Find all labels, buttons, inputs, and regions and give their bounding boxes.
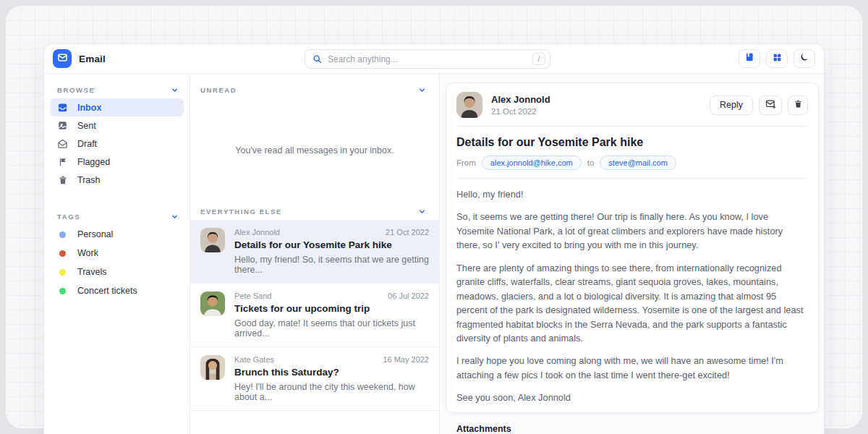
chevron-down-icon[interactable] [418,86,426,94]
avatar [200,292,225,316]
sidebar-item-draft[interactable]: Draft [50,135,184,153]
tag-dot-blue [59,231,66,238]
body-paragraph: So, it seems we are getting there! Our t… [456,210,808,252]
app-header: Email / [44,44,824,74]
envelope-plus-icon [765,98,776,112]
tag-dot-green [59,288,66,294]
chevron-down-icon[interactable] [171,86,179,94]
mail-list-item-kate[interactable]: Kate Gates 16 May 2022 Brunch this Satur… [190,347,439,411]
sidebar-item-flagged[interactable]: Flagged [50,153,184,171]
tags-section: TAGS Personal Work Travels [44,208,190,300]
mail-date: 16 May 2022 [383,355,429,364]
grid-icon [773,52,782,65]
email-app-window: Email / [43,43,825,434]
unread-section-header[interactable]: UNREAD [190,81,439,98]
tag-item-label: Work [77,248,98,258]
sidebar-item-sent[interactable]: Sent [50,116,184,135]
sidebar-item-inbox[interactable]: Inbox [50,98,184,116]
body-paragraph: Hello, my friend! [456,187,808,201]
sidebar-item-label: Inbox [77,103,101,113]
avatar [456,92,482,118]
attachments-label: Attachments [456,424,808,434]
mail-sender: Alex Jonnold [234,228,280,237]
avatar [200,228,225,252]
tag-item-concert-tickets[interactable]: Concert tickets [50,281,184,300]
notebook-button[interactable] [739,49,760,68]
tag-item-work[interactable]: Work [50,244,184,263]
browse-label: BROWSE [57,86,95,94]
forward-button[interactable] [759,95,782,115]
mail-list-item-alex[interactable]: Alex Jonnold 21 Oct 2022 Details for our… [190,220,439,284]
mail-subject: Details for our Yosemite Park hike [234,239,429,250]
mail-detail-panel: Alex Jonnold 21 Oct 2022 Reply [440,74,824,434]
tag-dot-yellow [59,269,66,276]
chevron-down-icon[interactable] [171,213,179,221]
tag-item-travels[interactable]: Travels [50,263,184,281]
email-body: Hello, my friend! So, it seems we are ge… [456,187,808,405]
flag-icon [57,156,68,167]
book-icon [744,52,754,65]
sent-icon [57,120,68,131]
to-label: to [587,158,595,167]
from-email-chip[interactable]: alex.jonnold@hike.com [482,156,582,170]
mail-preview: Good day, mate! It seems that our ticket… [234,318,429,339]
tags-section-header[interactable]: TAGS [44,208,190,225]
reply-button[interactable]: Reply [710,95,753,115]
everything-else-section-header[interactable]: EVERYTHING ELSE [190,203,439,220]
app-title: Email [79,54,106,64]
mail-subject: Tickets for our upcoming trip [234,303,429,314]
dark-mode-button[interactable] [793,49,815,68]
unread-empty-state: You've read all messages in your inbox. [190,98,439,203]
divider [456,178,808,179]
avatar [200,355,225,380]
tag-item-label: Travels [77,267,107,277]
mail-preview: Hey! I'll be around the city this weeken… [234,382,429,402]
detail-actions: Reply [710,95,808,115]
unread-empty-message: You've read all messages in your inbox. [235,145,393,156]
body-paragraph: I really hope you love coming along with… [456,354,808,382]
moon-icon [799,52,809,65]
from-to-row: From alex.jonnold@hike.com to steve@mail… [456,156,808,170]
tag-item-personal[interactable]: Personal [50,225,184,244]
sidebar-item-label: Trash [77,175,101,185]
detail-header: Alex Jonnold 21 Oct 2022 Reply [456,92,808,118]
search-icon [312,54,322,64]
tag-item-label: Personal [77,229,113,239]
detail-date: 21 Oct 2022 [491,107,550,116]
search-bar[interactable]: / [305,49,550,69]
sidebar: BROWSE Inbox Sent [44,74,190,434]
to-email-chip[interactable]: steve@mail.com [600,156,676,170]
sidebar-item-label: Draft [77,139,97,149]
header-actions [739,49,815,68]
sidebar-item-trash[interactable]: Trash [50,171,184,189]
body-paragraph: See you soon, Alex Jonnold [456,391,808,404]
search-input[interactable] [328,54,532,64]
trash-icon [57,174,68,185]
envelope-icon [57,52,68,66]
mail-sender: Pete Sand [234,292,271,300]
browse-section-header[interactable]: BROWSE [44,81,190,98]
unread-label: UNREAD [200,86,237,94]
divider [456,414,808,414]
email-logo [53,49,72,68]
mail-subject: Brunch this Saturday? [234,367,429,378]
trash-icon [793,98,803,111]
mail-list-item-pete[interactable]: Pete Sand 06 Jul 2022 Tickets for our up… [190,284,439,347]
delete-button[interactable] [788,95,808,115]
sidebar-item-label: Flagged [77,157,110,167]
mail-date: 06 Jul 2022 [388,292,429,300]
sidebar-item-label: Sent [77,121,96,131]
apps-button[interactable] [766,49,788,68]
tag-dot-red [59,250,66,257]
chevron-down-icon[interactable] [418,208,426,216]
everything-else-label: EVERYTHING ELSE [200,208,282,216]
browse-list: Inbox Sent Draft [44,98,190,189]
search-shortcut-badge: / [532,53,545,65]
tags-label: TAGS [57,213,80,221]
detail-subject: Details for our Yosemite Park hike [456,136,808,149]
inbox-icon [57,102,68,113]
tag-item-label: Concert tickets [77,286,137,296]
from-label: From [456,158,476,167]
divider [456,126,808,127]
mail-date: 21 Oct 2022 [386,228,429,237]
